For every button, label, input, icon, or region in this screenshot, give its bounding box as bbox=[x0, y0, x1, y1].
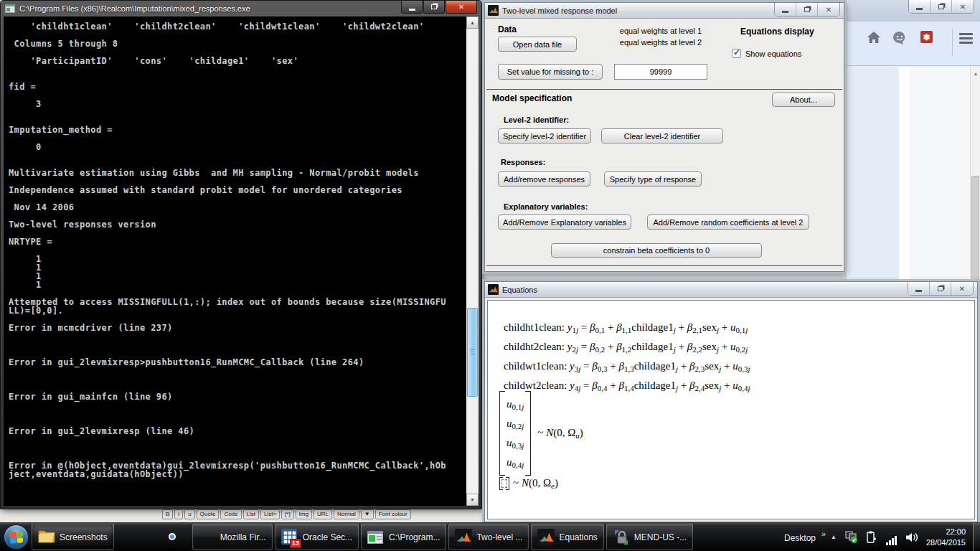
open-data-file-button[interactable]: Open data file bbox=[498, 37, 577, 52]
editor-toolbar-button[interactable]: List bbox=[243, 509, 259, 519]
equation: childht2clean: y2j = β0,2 + β1,2childage… bbox=[504, 337, 750, 357]
padlock-sync-icon bbox=[613, 529, 630, 546]
editor-toolbar-button[interactable]: i bbox=[174, 509, 183, 519]
add-remove-explanatory-button[interactable]: Add/Remove Explanatory variables bbox=[498, 215, 631, 230]
show-desktop-button[interactable] bbox=[973, 523, 980, 551]
close-icon[interactable]: ✕ bbox=[446, 1, 477, 14]
scrollbar-thumb[interactable] bbox=[467, 308, 478, 397]
explanatory-heading: Explanatory variables: bbox=[504, 202, 588, 211]
equations-canvas: childht1clean: y1j = β0,1 + β1,1childage… bbox=[487, 300, 975, 519]
specify-level2-button[interactable]: Specify level-2 identifier bbox=[498, 128, 591, 143]
matlab-icon bbox=[488, 284, 499, 295]
show-equations-checkbox[interactable] bbox=[732, 49, 741, 58]
add-remove-random-button[interactable]: Add/Remove random coefficients at level … bbox=[647, 215, 809, 230]
taskbar-item-equations[interactable]: Equations bbox=[531, 524, 603, 550]
restore-button[interactable] bbox=[423, 1, 445, 14]
editor-toolbar-button[interactable]: Img bbox=[296, 509, 312, 519]
browser-toolbar: ✱ bbox=[847, 22, 980, 66]
equations-window: Equations ✕ childht1clean: y1j = β0,1 + … bbox=[484, 281, 978, 522]
editor-toolbar-button[interactable]: u bbox=[184, 509, 194, 519]
firefox-icon bbox=[199, 529, 216, 546]
home-icon[interactable] bbox=[867, 31, 881, 44]
console-title: C:\Program Files (x86)\Realcom\Imputatio… bbox=[19, 4, 250, 13]
desktop-toolbar[interactable]: Desktop » bbox=[780, 531, 826, 544]
console-window-controls: ✕ bbox=[400, 1, 477, 14]
taskbar-item-vlc[interactable] bbox=[116, 524, 152, 550]
window-controls: ✕ bbox=[774, 3, 840, 17]
residual-bracket bbox=[499, 477, 509, 490]
editor-toolbar-button[interactable]: URL bbox=[314, 509, 332, 519]
window-title: Two-level mixed response model bbox=[502, 6, 617, 15]
taskbar-item-firefox[interactable]: Mozilla Fir... bbox=[192, 524, 273, 550]
set-missing-button[interactable]: Set value for missing to : bbox=[498, 64, 603, 80]
editor-toolbar-button[interactable]: Code bbox=[220, 509, 241, 519]
close-icon[interactable]: ✕ bbox=[951, 282, 973, 295]
residual-distribution: ~ N(0, Ωe) bbox=[513, 477, 558, 490]
chat-smiley-icon[interactable] bbox=[892, 31, 907, 44]
clock-date: 28/04/2015 bbox=[926, 537, 966, 548]
hidden-icons-arrow[interactable]: ▲ bbox=[826, 534, 842, 540]
taskbar-item-oracle[interactable]: 13 Oracle Sec... bbox=[275, 524, 359, 550]
residual-distribution-line: ~ N(0, Ωe) bbox=[499, 477, 558, 490]
weights-note: equal weights at level 1 equal weights a… bbox=[600, 25, 722, 48]
close-icon[interactable]: ✕ bbox=[818, 3, 839, 16]
specify-type-button[interactable]: Specify type of response bbox=[604, 171, 702, 187]
about-button[interactable]: About... bbox=[772, 93, 835, 107]
green-check-squares-icon[interactable] bbox=[844, 529, 859, 545]
matlab-icon bbox=[488, 5, 499, 16]
console-scrollbar[interactable]: ▲ ▼ bbox=[466, 17, 479, 506]
clear-level2-button[interactable]: Clear level-2 identifier bbox=[601, 128, 723, 143]
section-divider bbox=[486, 89, 842, 90]
editor-toolbar-button[interactable]: List= bbox=[260, 509, 280, 519]
minimize-button[interactable] bbox=[909, 0, 930, 13]
system-tray: Desktop » ▲ bbox=[780, 523, 980, 551]
minimize-button[interactable] bbox=[775, 3, 796, 16]
taskbar-item-two-level[interactable]: Two-level ... bbox=[448, 524, 529, 550]
add-remove-responses-button[interactable]: Add/remove responses bbox=[498, 171, 590, 187]
minimize-button[interactable] bbox=[401, 1, 423, 14]
taskbar-item-screenshots[interactable]: Screenshots bbox=[32, 524, 114, 550]
editor-toolbar-button[interactable]: ▼ bbox=[361, 509, 374, 519]
scroll-up-arrow[interactable]: ▲ bbox=[466, 17, 479, 29]
start-button[interactable] bbox=[0, 523, 32, 551]
scrollbar-thumb[interactable] bbox=[971, 176, 979, 280]
level2-heading: Level-2 identifier: bbox=[504, 116, 569, 124]
windows-logo-icon bbox=[4, 524, 29, 550]
maximize-button[interactable] bbox=[796, 3, 818, 16]
lastpass-icon[interactable]: ✱ bbox=[920, 31, 933, 43]
constrain-beta-button[interactable]: constrain beta coefficients to 0 bbox=[551, 243, 762, 258]
clipboard-plug-icon[interactable] bbox=[864, 529, 880, 545]
network-bars-icon[interactable] bbox=[884, 529, 900, 545]
console-window-icon bbox=[367, 529, 385, 546]
show-equations-label: Show equations bbox=[745, 50, 801, 58]
equation: childht1clean: y1j = β0,1 + β1,1childage… bbox=[504, 318, 750, 337]
editor-toolbar: BiuQuoteCodeListList=[*]ImgURLNormal▼Fon… bbox=[162, 509, 413, 522]
editor-toolbar-button[interactable]: Quote bbox=[197, 509, 220, 519]
editor-toolbar-button[interactable]: [*] bbox=[281, 509, 294, 519]
volume-icon[interactable] bbox=[904, 529, 920, 545]
restore-button[interactable] bbox=[930, 282, 951, 295]
missing-value-input[interactable] bbox=[614, 64, 707, 80]
section-divider bbox=[486, 265, 842, 266]
folder-icon bbox=[38, 529, 55, 546]
overflow-chevron[interactable]: » bbox=[821, 529, 826, 538]
taskbar-item-console[interactable]: C:\Program... bbox=[361, 524, 446, 550]
editor-toolbar-button[interactable]: Font colour bbox=[375, 509, 411, 519]
scroll-up-arrow[interactable]: ▲ bbox=[971, 70, 980, 78]
scroll-down-arrow[interactable]: ▼ bbox=[466, 494, 479, 506]
minimize-button[interactable] bbox=[908, 282, 930, 295]
oracle-grid-icon: 13 bbox=[281, 529, 298, 546]
equations-window-titlebar: Equations ✕ bbox=[485, 282, 977, 298]
taskbar-item-mend-us[interactable]: MEND-US -... bbox=[606, 524, 693, 550]
editor-toolbar-button[interactable]: B bbox=[162, 509, 173, 519]
restore-button[interactable] bbox=[930, 0, 952, 13]
matlab-icon bbox=[537, 529, 555, 546]
clock-time: 22:00 bbox=[926, 527, 966, 537]
responses-heading: Responses: bbox=[501, 158, 545, 166]
taskbar-clock[interactable]: 22:00 28/04/2015 bbox=[922, 527, 973, 548]
editor-toolbar-button[interactable]: Normal bbox=[334, 509, 359, 519]
taskbar-item-chrome[interactable] bbox=[154, 524, 190, 550]
menu-icon[interactable] bbox=[959, 33, 973, 44]
console-titlebar: C:\Program Files (x86)\Realcom\Imputatio… bbox=[1, 1, 481, 17]
close-button[interactable]: ✕ bbox=[952, 0, 974, 13]
